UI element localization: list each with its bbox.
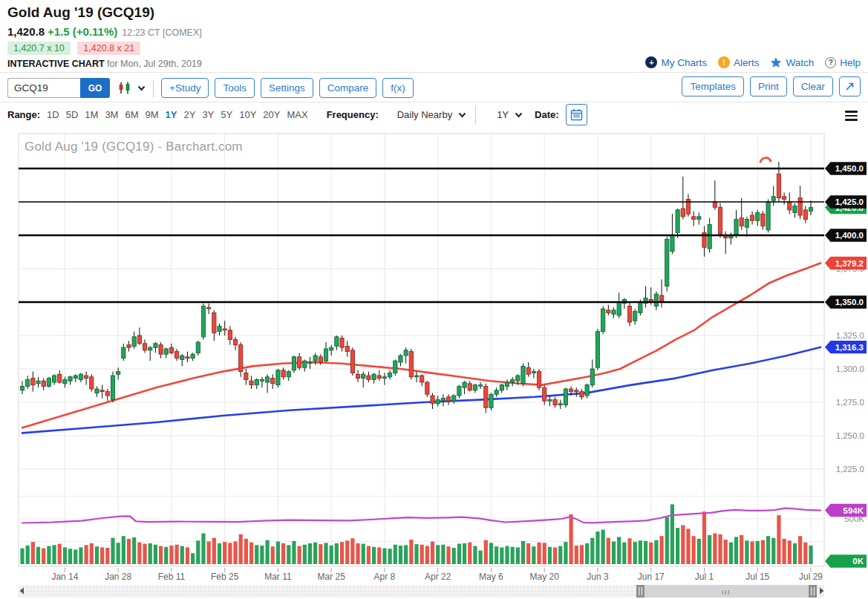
svg-text:1,350.0: 1,350.0 [835,298,864,307]
svg-text:1,275.0: 1,275.0 [836,398,864,407]
toolbar-right-buttons: Templates Print Clear [682,76,861,96]
svg-text:1,225.0: 1,225.0 [836,465,864,474]
alerts-label: Alerts [734,57,760,68]
svg-text:1,316.3: 1,316.3 [835,343,864,352]
svg-text:Jun 3: Jun 3 [587,572,609,582]
clear-button[interactable]: Clear [793,76,833,96]
last-price: 1,420.8 [7,25,45,38]
range-max[interactable]: MAX [287,109,307,120]
frequency-label: Frequency: [327,109,379,120]
range-label: Range: [7,109,40,120]
chart-watermark: Gold Aug '19 (GCQ19) - Barchart.com [25,140,243,154]
quote-row: 1,420.8+1.5 (+0.11%)12:23 CT [COMEX] [7,25,202,38]
go-button[interactable]: GO [80,78,110,98]
interactive-chart-date: for Mon, Jul 29th, 2019 [107,59,202,69]
svg-text:0K: 0K [852,557,864,566]
range-20y[interactable]: 20Y [263,109,280,120]
svg-text:1,379.2: 1,379.2 [835,259,864,268]
range-3y[interactable]: 3Y [202,109,214,120]
interactive-chart-label: INTERACTIVE CHART for Mon, Jul 29th, 201… [7,59,202,69]
templates-button[interactable]: Templates [682,76,744,96]
ask-chip: 1,420.8 x 21 [77,42,140,55]
print-button[interactable]: Print [750,76,787,96]
help-link[interactable]: ? Help [825,57,861,68]
settings-button[interactable]: Settings [261,78,313,98]
header-divider [0,72,868,73]
range-3m[interactable]: 3M [105,109,118,120]
drawn-horizontal-lines[interactable] [19,168,824,302]
date-label: Date: [535,109,559,120]
alerts-link[interactable]: ! Alerts [718,56,760,68]
candlestick-type-icon [117,82,135,94]
svg-text:Jul 29: Jul 29 [799,572,823,582]
range-6m[interactable]: 6M [125,109,138,120]
range-1y[interactable]: 1Y [166,109,177,120]
svg-text:Jan 14: Jan 14 [51,572,78,582]
chart-type-dropdown[interactable] [117,82,146,94]
svg-text:May 6: May 6 [479,572,503,582]
compare-button[interactable]: Compare [319,78,377,98]
svg-text:1,300.0: 1,300.0 [836,364,864,373]
svg-text:Feb 25: Feb 25 [211,572,239,582]
moving-average-lines [22,263,820,433]
svg-text:1,250.0: 1,250.0 [836,431,864,440]
svg-text:Jul 15: Jul 15 [745,572,769,582]
watch-link[interactable]: Watch [770,57,814,68]
chart-menu-icon[interactable] [845,108,858,123]
range-bar: Range: 1D 5D 1M 3M 6M 9M 1Y 2Y 3Y 5Y 10Y… [7,105,861,125]
expand-chart-button[interactable] [839,76,861,96]
quote-time: 12:23 CT [COMEX] [122,27,201,38]
my-charts-link[interactable]: + My Charts [645,56,707,68]
svg-text:1,325.0: 1,325.0 [836,331,864,340]
svg-text:Jul 1: Jul 1 [695,572,714,582]
frequency-dropdown[interactable]: Daily Nearby [397,109,466,120]
bid-ask-row: 1,420.7 x 10 1,420.8 x 21 [7,42,145,55]
time-scrollbar[interactable]: III [19,585,824,598]
tools-button[interactable]: Tools [215,78,255,98]
chevron-down-icon [515,112,523,118]
my-charts-label: My Charts [661,57,707,68]
interactive-chart-bold: INTERACTIVE CHART [7,59,105,69]
chevron-down-icon [137,85,146,91]
range-1m[interactable]: 1M [85,109,98,120]
svg-text:1,400.0: 1,400.0 [835,231,864,240]
expand-arrow-icon [845,82,855,91]
range-2y[interactable]: 2Y [183,109,195,120]
range-9m[interactable]: 9M [146,109,159,120]
symbol-input[interactable] [7,78,80,98]
price-change: +1.5 (+0.11%) [48,25,117,38]
svg-text:Apr 8: Apr 8 [374,572,396,582]
question-icon: ? [825,57,836,68]
header-links: + My Charts ! Alerts Watch ? Help [645,56,861,68]
calendar-icon [570,108,583,121]
scrollbar-handle [636,585,645,598]
frequency-value: Daily Nearby [397,109,452,120]
svg-text:Jan 28: Jan 28 [105,572,131,582]
svg-text:Mar 25: Mar 25 [318,572,346,582]
range-1d[interactable]: 1D [47,109,59,120]
interval-dropdown[interactable]: 1Y [497,109,523,120]
svg-text:Jun 17: Jun 17 [638,572,665,582]
barchart-interactive-chart-page: 1,450.01,425.01,400.01,375.01,350.01,325… [0,0,868,599]
svg-text:1,450.0: 1,450.0 [835,164,864,173]
range-10y[interactable]: 10Y [239,109,256,120]
annotation-arc[interactable] [760,158,771,162]
rangebar-separator [475,106,476,124]
fx-button[interactable]: f(x) [382,78,414,98]
range-5d[interactable]: 5D [66,109,79,120]
toolbar-separator [153,79,154,97]
candlestick-series [20,162,812,413]
scrollbar-handle [809,585,817,598]
plus-circle-icon: + [645,56,657,68]
chart-toolbar: GO +Study Tools Settings Compare f(x) Te… [7,76,861,99]
watch-label: Watch [786,57,814,68]
add-study-button[interactable]: +Study [161,78,209,98]
svg-text:1,425.0: 1,425.0 [835,197,864,206]
date-picker-button[interactable] [566,104,587,125]
svg-text:Apr 22: Apr 22 [425,572,451,582]
chevron-down-icon [458,112,466,118]
page-title: Gold Aug '19 (GCQ19) [7,4,154,21]
open-interest-line [22,508,820,523]
range-5y[interactable]: 5Y [221,109,232,120]
time-axis: Jan 14Jan 28Feb 11Feb 25Mar 11Mar 25Apr … [51,568,823,582]
